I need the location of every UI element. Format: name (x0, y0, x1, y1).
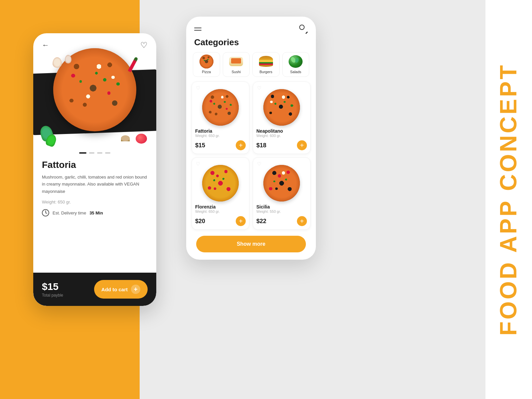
pizza-price-fattoria: $15 (195, 142, 205, 149)
tomato-decoration (136, 134, 147, 144)
brand-text-panel: FOOD APP CONCEPT (485, 0, 532, 399)
favorite-neapolitano[interactable]: ♡ (257, 85, 261, 91)
pizza-price-sicilia: $22 (256, 218, 266, 225)
garlic-decoration-1 (53, 57, 62, 68)
pizza-image-neapolitano (263, 89, 300, 126)
pizza-weight-neapolitano: Weight: 600 gr. (256, 134, 307, 138)
delivery-label: Est. Delivery time (53, 210, 86, 215)
category-label-burgers: Burgers (259, 70, 272, 74)
delivery-time: 35 Min (89, 210, 103, 215)
add-fattoria-button[interactable]: + (236, 140, 246, 150)
pizza-name-neapolitano: Neapolitano (256, 128, 307, 134)
clock-icon (42, 209, 49, 216)
add-neapolitano-button[interactable]: + (297, 140, 307, 150)
search-button[interactable] (299, 25, 308, 33)
favorite-button[interactable]: ♡ (140, 41, 148, 50)
add-florenzia-button[interactable]: + (236, 216, 246, 226)
favorite-sicilia[interactable]: ♡ (257, 161, 261, 167)
menu-button[interactable] (194, 28, 201, 31)
mushroom-decoration (121, 135, 130, 141)
product-footer: $15 Total payble Add to cart + (33, 273, 156, 306)
add-sicilia-button[interactable]: + (297, 216, 307, 226)
favorite-fattoria[interactable]: ♡ (196, 85, 200, 91)
footer-price-label: Total payble (42, 293, 63, 298)
add-to-cart-button[interactable]: Add to cart + (94, 280, 148, 299)
pizza-card-neapolitano: ♡ Neapolitano Weight: 600 gr. $18 + (253, 81, 311, 154)
pizza-price-florenzia: $20 (195, 218, 205, 225)
pizza-card-florenzia: ♡ Florenzia Weight: 650 gr. $20 + (192, 157, 249, 230)
pagination-indicator (33, 150, 156, 155)
pizza-card-fattoria: ♡ Fattoria Weight: 650 gr. $15 + (192, 81, 249, 154)
garlic-decoration-2 (65, 55, 71, 64)
category-label-sushi: Sushi (231, 70, 241, 74)
category-item-salads[interactable]: Salads (282, 52, 310, 77)
phone-categories-screen: Categories Pizza Sushi (186, 17, 316, 260)
pizza-name-fattoria: Fattoria (195, 128, 246, 134)
pizza-image-florenzia (202, 165, 239, 201)
pizza-card-sicilia: ♡ Sicilia Weight: 550 gr. $22 + (253, 157, 311, 230)
delivery-info: Est. Delivery time 35 Min (42, 209, 148, 216)
add-to-cart-plus-icon: + (131, 285, 140, 294)
pizza-items-grid: ♡ Fattoria Weight: 650 gr. $15 + ♡ Neapo… (186, 81, 316, 233)
show-more-button[interactable]: Show more (196, 236, 306, 252)
pizza-image-fattoria (202, 89, 239, 126)
phone-detail-screen: ← ♡ (43, 27, 156, 306)
back-button[interactable]: ← (42, 41, 49, 50)
product-weight: Weight: 650 gr. (42, 200, 148, 204)
pizza-price-neapolitano: $18 (256, 142, 266, 149)
brand-title: FOOD APP CONCEPT (496, 63, 521, 335)
categories-header (186, 17, 316, 36)
pizza-weight-florenzia: Weight: 650 gr. (195, 209, 246, 213)
category-label-salads: Salads (290, 70, 301, 74)
pizza-weight-fattoria: Weight: 650 gr. (195, 134, 246, 138)
product-name: Fattoria (42, 160, 148, 170)
categories-row: Pizza Sushi (186, 52, 316, 81)
pizza-weight-sicilia: Weight: 550 gr. (256, 209, 307, 213)
product-description: Mushroom, garlic, chilli, tomatoes and r… (42, 174, 148, 195)
category-item-pizza[interactable]: Pizza (193, 52, 220, 77)
category-item-sushi[interactable]: Sushi (223, 52, 250, 77)
pizza-image-sicilia (263, 165, 300, 201)
category-item-burgers[interactable]: Burgers (252, 52, 280, 77)
pizza-name-sicilia: Sicilia (256, 204, 307, 209)
basil-decoration (41, 126, 56, 146)
categories-title: Categories (186, 36, 316, 52)
category-label-pizza: Pizza (202, 70, 211, 74)
favorite-florenzia[interactable]: ♡ (196, 161, 200, 167)
footer-price: $15 (42, 281, 63, 292)
pizza-name-florenzia: Florenzia (195, 204, 246, 209)
